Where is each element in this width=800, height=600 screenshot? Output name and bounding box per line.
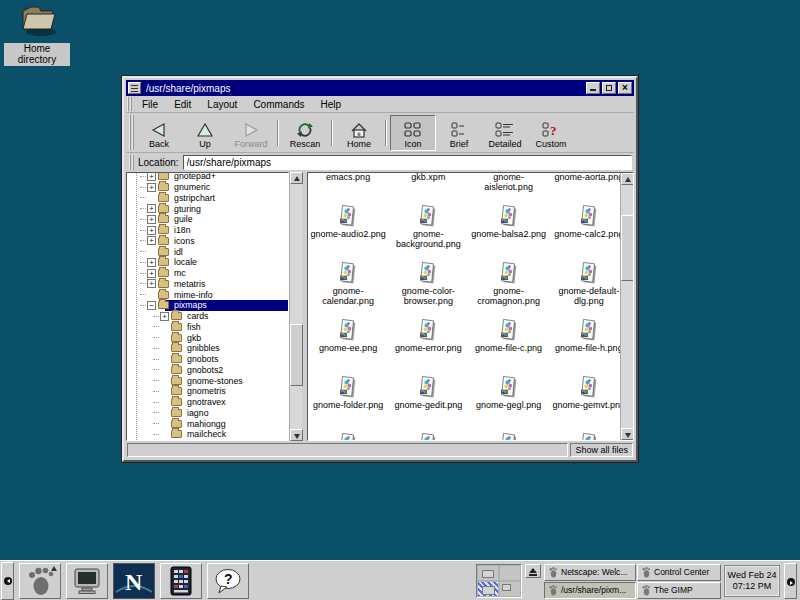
scroll-down-icon[interactable] (621, 428, 634, 440)
home-button[interactable]: Home (336, 115, 382, 151)
tree-item[interactable]: + gnumeric (127, 182, 288, 193)
tree-item[interactable]: gnome-stones (127, 375, 288, 386)
file-item[interactable]: PNG gkb.xpm (388, 172, 468, 203)
scroll-up-icon[interactable] (290, 172, 303, 184)
iconview-scroll-thumb[interactable] (621, 215, 634, 281)
task-button[interactable]: The GIMP (637, 582, 721, 599)
panel-hide-left-button[interactable] (1, 562, 14, 600)
tree-expander-icon[interactable]: + (147, 172, 156, 181)
help-launcher[interactable]: ? (207, 563, 249, 599)
tree-expander-icon[interactable]: + (147, 215, 156, 224)
desk-guide-pager[interactable] (476, 564, 522, 598)
window-menu-icon[interactable] (128, 82, 141, 94)
clock-applet[interactable]: Wed Feb 24 07:12 PM (724, 565, 780, 597)
tree-item[interactable]: gkb (127, 332, 288, 343)
file-item[interactable]: PNG gnome-default-dlg.png (549, 260, 629, 317)
tree-scroll-thumb[interactable] (290, 324, 303, 386)
file-item[interactable]: PNG gnome-balsa2.png (469, 203, 549, 260)
forward-button[interactable]: Forward (228, 115, 274, 151)
minimize-button[interactable] (586, 82, 600, 94)
tree-item[interactable]: gstripchart (127, 193, 288, 204)
tree-item[interactable]: mime-info (127, 289, 288, 300)
file-item[interactable]: PNG gnome-calc2.png (549, 203, 629, 260)
tree-item[interactable]: mahiongg (127, 418, 288, 429)
tree-expander-icon[interactable]: + (147, 236, 156, 245)
tree-item[interactable]: gnobots2 (127, 365, 288, 376)
scroll-down-icon[interactable] (290, 429, 303, 441)
file-item[interactable]: PNG (388, 431, 468, 441)
tree-item[interactable]: + icons (127, 236, 288, 247)
tree-item[interactable]: + guile (127, 214, 288, 225)
toolbar-grip[interactable] (129, 115, 134, 150)
file-item[interactable]: PNG gnome-folder.png (308, 374, 388, 431)
location-grip[interactable] (129, 155, 134, 170)
tree-expander-icon[interactable]: + (147, 258, 156, 267)
tree-item[interactable]: gnometris (127, 386, 288, 397)
file-item[interactable]: PNG gnome-error.png (388, 317, 468, 374)
main-menu-button[interactable] (19, 563, 61, 599)
tree-item[interactable]: + cards (127, 311, 288, 322)
location-input[interactable] (183, 155, 632, 170)
tree-item[interactable]: − pixmaps (127, 300, 288, 311)
file-item[interactable]: PNG (549, 431, 629, 441)
menu-file[interactable]: File (134, 98, 166, 111)
task-button[interactable]: Control Center (637, 564, 721, 581)
tree-expander-icon[interactable]: − (147, 301, 156, 310)
tree-expander-icon[interactable]: + (147, 204, 156, 213)
detailed-view-button[interactable]: Detailed (482, 115, 528, 151)
icon-view-button[interactable]: Icon (390, 115, 436, 151)
file-item[interactable]: PNG (308, 431, 388, 441)
tree-expander-icon[interactable]: + (147, 279, 156, 288)
file-item[interactable]: PNG gnome-gemvt.png (549, 374, 629, 431)
menu-commands[interactable]: Commands (245, 98, 312, 111)
titlebar[interactable]: /usr/share/pixmaps × (126, 80, 634, 96)
iconview-scrollbar[interactable] (620, 173, 633, 440)
file-item[interactable]: PNG gnome-aorta.png (549, 172, 629, 203)
terminal-launcher[interactable] (66, 563, 108, 599)
panel-hide-right-button[interactable] (784, 563, 797, 599)
pager-desktop-1[interactable] (477, 565, 499, 581)
tree-item[interactable]: gnotravex (127, 397, 288, 408)
tree-item[interactable]: fish (127, 322, 288, 333)
custom-view-button[interactable]: ? Custom (528, 115, 574, 151)
file-item[interactable]: PNG gnome-audio2.png (308, 203, 388, 260)
tree-expander-icon[interactable]: + (160, 312, 169, 321)
file-item[interactable]: PNG gnome-gegl.png (469, 374, 549, 431)
file-item[interactable]: PNG gnome-calendar.png (308, 260, 388, 317)
tree-item[interactable]: + gnotepad+ (127, 172, 288, 182)
rescan-button[interactable]: Rescan (282, 115, 328, 151)
file-item[interactable]: PNG gnome-gedit.png (388, 374, 468, 431)
calculator-launcher[interactable] (160, 563, 202, 599)
back-button[interactable]: Back (136, 115, 182, 151)
tree-item[interactable]: iagno (127, 408, 288, 419)
file-item[interactable]: PNG gnome-background.png (388, 203, 468, 260)
tree-item[interactable]: + i18n (127, 225, 288, 236)
tree-item[interactable]: gnibbles (127, 343, 288, 354)
file-item[interactable]: PNG gnome-cromagnon.png (469, 260, 549, 317)
tree-item[interactable]: + gturing (127, 203, 288, 214)
file-item[interactable]: PNG gnome-ee.png (308, 317, 388, 374)
file-item[interactable]: PNG gnome-color-browser.png (388, 260, 468, 317)
tree-expander-icon[interactable]: + (147, 226, 156, 235)
file-item[interactable]: PNG gnome-file-h.png (549, 317, 629, 374)
pager-desktop-4[interactable] (499, 581, 521, 597)
tree-item[interactable]: mailcheck (127, 429, 288, 440)
file-item[interactable]: PNG gnome-aisleriot.png (469, 172, 549, 203)
maximize-button[interactable] (602, 82, 616, 94)
tree-item[interactable]: + metatris (127, 279, 288, 290)
scroll-up-icon[interactable] (621, 173, 634, 185)
up-button[interactable]: Up (182, 115, 228, 151)
netscape-launcher[interactable]: N (113, 563, 155, 599)
task-button[interactable]: Netscape: Welc... (544, 564, 636, 581)
file-item[interactable]: PNG emacs.png (308, 172, 388, 203)
tree-expander-icon[interactable]: + (147, 269, 156, 278)
tree-item[interactable]: + mc (127, 268, 288, 279)
menu-help[interactable]: Help (313, 98, 350, 111)
tree-expander-icon[interactable]: + (147, 183, 156, 192)
desktop-icon-home[interactable]: Home directory (4, 3, 70, 67)
tree-item[interactable]: + locale (127, 257, 288, 268)
menu-edit[interactable]: Edit (166, 98, 199, 111)
pager-desktop-3-active[interactable] (477, 581, 499, 597)
file-item[interactable]: PNG (469, 431, 549, 441)
menu-layout[interactable]: Layout (199, 98, 245, 111)
